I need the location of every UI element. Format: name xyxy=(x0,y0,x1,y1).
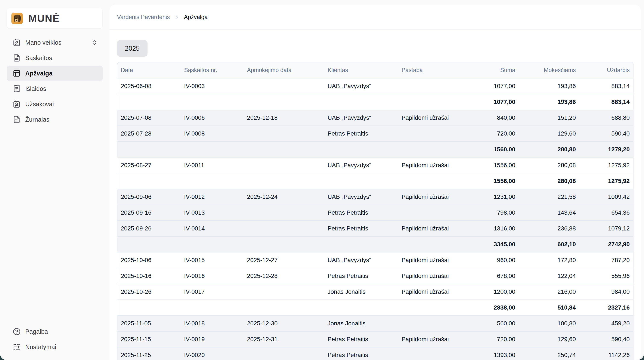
cell-client: Petras Petraitis xyxy=(324,336,398,343)
cell-suma: 798,00 xyxy=(476,209,519,216)
cell-uzdarbis: 459,20 xyxy=(579,320,633,327)
cell-paid-date: 2025-12-28 xyxy=(244,272,324,280)
cell-uzdarbis: 590,40 xyxy=(579,130,633,137)
cell-suma: 840,00 xyxy=(476,114,519,121)
sidebar-item-label: Apžvalga xyxy=(25,70,98,77)
table-row[interactable]: 2025-07-08 IV-0006 2025-12-18 UAB „Pavyz… xyxy=(118,110,633,126)
cell-mokesciams: 602,10 xyxy=(519,241,579,248)
file-list-icon xyxy=(13,116,20,123)
year-filter-chip[interactable]: 2025 xyxy=(117,40,148,57)
cell-invoice: IV-0006 xyxy=(181,114,244,121)
table-subtotal-row: 3345,00 602,10 2742,90 xyxy=(118,237,633,252)
cell-date: 2025-07-28 xyxy=(118,130,181,137)
cell-mokesciams: 250,74 xyxy=(519,352,579,358)
cell-client: Petras Petraitis xyxy=(324,352,398,358)
brand-logo[interactable]: MUNĖ xyxy=(7,8,102,28)
cell-uzdarbis: 787,20 xyxy=(579,257,633,264)
table-row[interactable]: 2025-09-16 IV-0013 Petras Petraitis 798,… xyxy=(118,205,633,221)
cell-uzdarbis: 883,14 xyxy=(579,98,633,106)
cell-mokesciams: 193,86 xyxy=(519,98,579,106)
cell-suma: 720,00 xyxy=(476,336,519,343)
sidebar-item-zurnalas[interactable]: Žurnalas xyxy=(7,112,103,127)
cell-note: Papildomi užrašai xyxy=(398,225,476,232)
cell-suma: 1200,00 xyxy=(476,288,519,295)
cell-date: 2025-07-08 xyxy=(118,114,181,121)
sidebar: MUNĖ Mano veiklos Sąskaitos xyxy=(0,0,110,360)
sidebar-item-apzvalga[interactable]: Apžvalga xyxy=(7,66,103,81)
table-row[interactable]: 2025-09-06 IV-0012 2025-12-24 UAB „Pavyz… xyxy=(118,189,633,205)
cell-paid-date: 2025-12-30 xyxy=(244,320,324,327)
cell-mokesciams: 216,00 xyxy=(519,288,579,295)
circle-help-icon xyxy=(13,328,20,336)
cell-client: Petras Petraitis xyxy=(324,272,398,280)
table-row[interactable]: 2025-11-05 IV-0018 2025-12-30 Jonas Jona… xyxy=(118,316,633,332)
sidebar-item-uzsakovai[interactable]: Užsakovai xyxy=(7,96,103,112)
table-row[interactable]: 2025-10-16 IV-0016 2025-12-28 Petras Pet… xyxy=(118,268,633,284)
table-row[interactable]: 2025-09-26 IV-0014 Petras Petraitis Papi… xyxy=(118,221,633,237)
cell-date: 2025-09-16 xyxy=(118,209,181,216)
breadcrumb-parent-link[interactable]: Vardenis Pavardenis xyxy=(117,14,170,20)
cell-paid-date: 2025-12-18 xyxy=(244,114,324,121)
file-text-icon xyxy=(13,54,20,62)
cell-invoice: IV-0003 xyxy=(181,83,244,90)
table-row[interactable]: 2025-11-15 IV-0019 2025-12-31 Petras Pet… xyxy=(118,332,633,348)
cell-date: 2025-11-15 xyxy=(118,336,181,343)
receipt-icon xyxy=(13,85,20,92)
cell-mokesciams: 122,04 xyxy=(519,272,579,280)
cell-mokesciams: 280,08 xyxy=(519,162,579,169)
sidebar-item-label: Užsakovai xyxy=(25,101,98,108)
cell-uzdarbis: 590,40 xyxy=(579,336,633,343)
cell-client: Petras Petraitis xyxy=(324,209,398,216)
cell-date: 2025-11-05 xyxy=(118,320,181,327)
table-header-row: Data Sąskaitos nr. Apmokėjimo data Klien… xyxy=(118,62,633,78)
table-row[interactable]: 2025-07-28 IV-0008 Petras Petraitis 720,… xyxy=(118,126,633,142)
sidebar-item-nustatymai[interactable]: Nustatymai xyxy=(7,339,103,355)
cell-date: 2025-10-26 xyxy=(118,288,181,295)
cell-mokesciams: 129,60 xyxy=(519,336,579,343)
column-header-pastaba: Pastaba xyxy=(398,67,476,74)
cell-mokesciams: 510,84 xyxy=(519,304,579,311)
cell-note: Papildomi užrašai xyxy=(398,288,476,295)
cell-mokesciams: 236,88 xyxy=(519,225,579,232)
table-subtotal-row: 2838,00 510,84 2327,16 xyxy=(118,300,633,316)
table-subtotal-row: 1560,00 280,80 1279,20 xyxy=(118,142,633,158)
table-row[interactable]: 2025-08-27 IV-0011 UAB „Pavyzdys“ Papild… xyxy=(118,158,633,173)
cell-uzdarbis: 984,00 xyxy=(579,288,633,295)
table-row[interactable]: 2025-10-06 IV-0015 2025-12-27 UAB „Pavyz… xyxy=(118,252,633,268)
cell-client: UAB „Pavyzdys“ xyxy=(324,83,398,90)
cell-note: Papildomi užrašai xyxy=(398,257,476,264)
breadcrumb-current: Apžvalga xyxy=(184,14,208,20)
column-header-uzdarbis: Uždarbis xyxy=(579,67,633,74)
sidebar-item-saskaitos[interactable]: Sąskaitos xyxy=(7,50,103,66)
cell-mokesciams: 280,80 xyxy=(519,146,579,153)
column-header-saskaitos-nr: Sąskaitos nr. xyxy=(181,67,244,74)
table-row[interactable]: 2025-11-25 IV-0020 Petras Petraitis 1393… xyxy=(118,348,633,360)
cell-suma: 720,00 xyxy=(476,130,519,137)
cell-suma: 678,00 xyxy=(476,272,519,280)
chevrons-up-down-icon xyxy=(91,39,98,46)
cell-note: Papildomi užrašai xyxy=(398,114,476,121)
sidebar-item-label: Išlaidos xyxy=(25,85,98,92)
workspace-switcher[interactable]: Mano veiklos xyxy=(7,35,103,50)
cell-uzdarbis: 1279,20 xyxy=(579,146,633,153)
table-subtotal-row: 1556,00 280,08 1275,92 xyxy=(118,173,633,189)
cell-suma: 3345,00 xyxy=(476,241,519,248)
cell-client: UAB „Pavyzdys“ xyxy=(324,194,398,200)
column-header-suma: Suma xyxy=(476,67,519,74)
cell-date: 2025-08-27 xyxy=(118,162,181,169)
cell-uzdarbis: 654,36 xyxy=(579,209,633,216)
cell-mokesciams: 221,58 xyxy=(519,194,579,200)
cell-mokesciams: 151,20 xyxy=(519,114,579,121)
sidebar-item-islaidos[interactable]: Išlaidos xyxy=(7,81,103,96)
cell-invoice: IV-0014 xyxy=(181,225,244,232)
cell-invoice: IV-0012 xyxy=(181,194,244,200)
table-row[interactable]: 2025-10-26 IV-0017 Jonas Jonaitis Papild… xyxy=(118,284,633,300)
cell-client: Petras Petraitis xyxy=(324,225,398,232)
cell-date: 2025-10-06 xyxy=(118,257,181,264)
table-row[interactable]: 2025-06-08 IV-0003 UAB „Pavyzdys“ 1077,0… xyxy=(118,78,633,94)
cell-paid-date: 2025-12-31 xyxy=(244,336,324,343)
sidebar-item-pagalba[interactable]: Pagalba xyxy=(7,324,103,339)
table-subtotal-row: 1077,00 193,86 883,14 xyxy=(118,94,633,110)
cell-uzdarbis: 555,96 xyxy=(579,272,633,280)
cell-mokesciams: 280,08 xyxy=(519,178,579,184)
